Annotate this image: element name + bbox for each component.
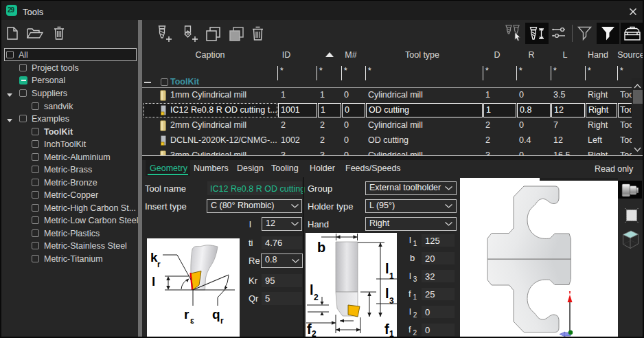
svg-text:r: r <box>220 316 224 326</box>
svg-text:r: r <box>184 307 189 322</box>
svg-text:l: l <box>385 286 389 301</box>
svg-text:3: 3 <box>389 296 394 306</box>
svg-text:q: q <box>212 307 220 322</box>
svg-text:l: l <box>152 274 155 289</box>
svg-text:r: r <box>157 260 161 269</box>
svg-text:f: f <box>307 322 312 337</box>
svg-text:l: l <box>310 282 314 297</box>
svg-text:f: f <box>384 322 389 337</box>
svg-text:b: b <box>317 240 325 255</box>
svg-text:ε: ε <box>190 316 194 326</box>
svg-text:l: l <box>385 261 389 276</box>
svg-text:2: 2 <box>314 293 319 302</box>
svg-text:1: 1 <box>389 271 394 281</box>
